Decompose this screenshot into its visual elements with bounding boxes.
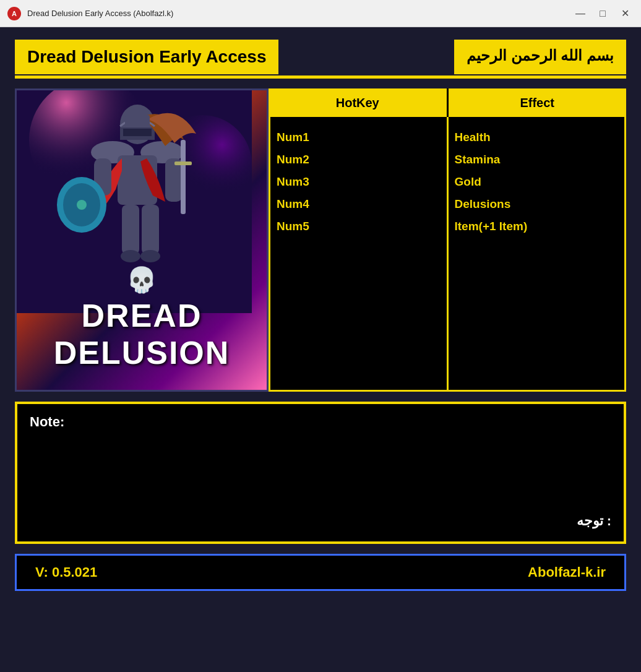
hotkey-1: Num1 bbox=[277, 129, 441, 145]
main-content: Dread Delusion Early Access بسم الله الر… bbox=[0, 27, 641, 672]
svg-point-19 bbox=[140, 250, 160, 262]
maximize-button[interactable]: □ bbox=[594, 5, 611, 22]
effect-3: Gold bbox=[455, 174, 619, 190]
hotkey-3: Num3 bbox=[277, 174, 441, 190]
table-header-hotkey: HotKey bbox=[269, 88, 449, 117]
svg-rect-17 bbox=[142, 205, 159, 254]
header-top-row: Dread Delusion Early Access بسم الله الر… bbox=[15, 40, 626, 74]
svg-point-18 bbox=[121, 250, 140, 262]
window-title: Dread Delusion Early Access (Abolfazl.k) bbox=[27, 9, 566, 18]
version-text: V: 0.5.021 bbox=[35, 564, 97, 580]
header-gap bbox=[278, 40, 454, 74]
skull-icon: 💀 bbox=[54, 265, 230, 295]
app-logo: A bbox=[7, 7, 21, 20]
window-controls: — □ ✕ bbox=[572, 5, 634, 22]
table-header-effect: Effect bbox=[449, 88, 627, 117]
game-title-line1: DREAD bbox=[54, 297, 230, 334]
effect-2: Stamina bbox=[455, 152, 619, 168]
svg-point-12 bbox=[77, 200, 87, 210]
svg-rect-15 bbox=[174, 162, 192, 165]
app-title: Dread Delusion Early Access bbox=[27, 47, 266, 66]
game-image: 💀 DREAD DELUSION bbox=[17, 90, 267, 390]
table-body: Num1 Num2 Num3 Num4 Num5 Health Stamina … bbox=[269, 117, 626, 392]
header-section: Dread Delusion Early Access بسم الله الر… bbox=[15, 40, 626, 79]
effect-1: Health bbox=[455, 129, 619, 145]
note-arabic-label: : توجه bbox=[577, 513, 611, 529]
hotkey-4: Num4 bbox=[277, 196, 441, 212]
game-title-line2: DELUSION bbox=[54, 334, 230, 371]
game-title-overlay: 💀 DREAD DELUSION bbox=[54, 265, 230, 371]
note-section: Note: : توجه bbox=[15, 402, 626, 544]
arabic-text: بسم الله الرحمن الرحيم bbox=[467, 47, 614, 64]
website-text: Abolfazl-k.ir bbox=[528, 564, 606, 580]
note-label: Note: bbox=[30, 414, 64, 429]
close-button[interactable]: ✕ bbox=[616, 5, 634, 22]
minimize-button[interactable]: — bbox=[572, 5, 589, 22]
table-area: HotKey Effect Num1 Num2 Num3 Num4 Num5 H… bbox=[269, 88, 626, 392]
svg-rect-20 bbox=[125, 115, 150, 127]
svg-rect-14 bbox=[181, 140, 186, 214]
effect-5: Item(+1 Item) bbox=[455, 218, 619, 235]
game-image-container: 💀 DREAD DELUSION bbox=[15, 88, 269, 392]
header-title-box: Dread Delusion Early Access bbox=[15, 40, 278, 74]
table-header: HotKey Effect bbox=[269, 88, 626, 117]
effect-column: Health Stamina Gold Delusions Item(+1 It… bbox=[449, 117, 625, 390]
hotkey-column: Num1 Num2 Num3 Num4 Num5 bbox=[270, 117, 449, 390]
footer-bar: V: 0.5.021 Abolfazl-k.ir bbox=[15, 554, 626, 591]
titlebar: A Dread Delusion Early Access (Abolfazl.… bbox=[0, 0, 641, 27]
effect-4: Delusions bbox=[455, 196, 619, 212]
hotkey-5: Num5 bbox=[277, 218, 441, 235]
content-row: 💀 DREAD DELUSION HotKey Effect Num1 Num2… bbox=[15, 88, 626, 392]
svg-rect-16 bbox=[122, 205, 139, 254]
yellow-divider bbox=[15, 75, 626, 79]
header-arabic-box: بسم الله الرحمن الرحيم bbox=[454, 40, 626, 74]
svg-rect-5 bbox=[123, 129, 152, 136]
hotkey-2: Num2 bbox=[277, 152, 441, 168]
